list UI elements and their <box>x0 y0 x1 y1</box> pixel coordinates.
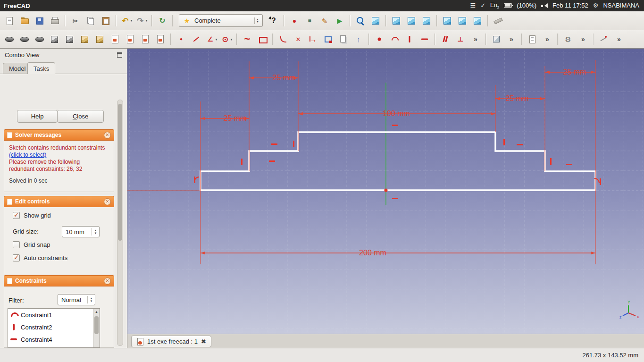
constraints-overflow-button[interactable] <box>468 32 483 46</box>
external-geometry-button[interactable] <box>321 32 335 46</box>
dropdown-arrows-icon[interactable]: ▲▼ <box>87 296 95 303</box>
sketch-edit-button[interactable] <box>123 32 137 46</box>
view-rear-button[interactable] <box>440 14 454 28</box>
block-overflow-button[interactable] <box>504 32 519 46</box>
part-torus-button[interactable] <box>33 32 47 46</box>
create-rectangle-button[interactable] <box>255 32 269 46</box>
keyboard-indicator[interactable]: En2 <box>490 2 499 9</box>
grid-size-input[interactable]: 10 mm ▲▼ <box>62 226 100 237</box>
create-fillet-button[interactable] <box>276 32 290 46</box>
constrain-point-on-object-button[interactable] <box>387 32 401 46</box>
sketcher-tools-button[interactable] <box>525 32 539 46</box>
macro-stop-button[interactable] <box>302 14 317 28</box>
settings-overflow-button[interactable] <box>576 32 590 46</box>
filter-select[interactable]: Normal ▲▼ <box>58 294 95 305</box>
dimension-label[interactable]: 25 mm <box>563 68 586 76</box>
sketcher-settings-button[interactable] <box>561 32 575 46</box>
section-close-icon[interactable]: ✕ <box>104 132 111 139</box>
view-right-button[interactable] <box>419 14 434 28</box>
part-cut-button[interactable] <box>63 32 77 46</box>
tools-overflow-button[interactable] <box>540 32 554 46</box>
tab-tasks[interactable]: Tasks <box>27 62 55 75</box>
measure-overflow-button[interactable] <box>612 32 626 46</box>
user-name[interactable]: NSABIMANA <box>603 2 639 9</box>
constrain-block-button[interactable] <box>489 32 503 46</box>
dropdown-caret-icon[interactable]: ▾ <box>145 18 147 23</box>
constraint-item[interactable]: Constraint4 <box>8 333 100 345</box>
whats-this-button[interactable] <box>267 14 281 28</box>
solver-select-link[interactable]: (click to select) <box>9 152 46 158</box>
dropdown-caret-icon[interactable]: ▾ <box>215 37 217 42</box>
create-line-button[interactable] <box>189 32 203 46</box>
volume-icon[interactable] <box>541 3 548 8</box>
list-scrollbar[interactable]: ▲ <box>93 309 100 347</box>
redo-button[interactable]: ▾ <box>134 14 149 28</box>
scrollbar-thumb[interactable] <box>118 104 122 241</box>
print-button[interactable] <box>48 14 62 28</box>
grid-snap-checkbox[interactable] <box>13 241 20 248</box>
create-bspline-button[interactable] <box>240 32 254 46</box>
constrain-perpendicular-button[interactable] <box>453 32 468 46</box>
battery-icon[interactable] <box>504 3 512 8</box>
new-document-button[interactable] <box>2 14 17 28</box>
cut-button[interactable] <box>68 14 83 28</box>
create-circle-button[interactable]: ▾ <box>219 32 234 46</box>
measure-angle-button[interactable] <box>597 32 611 46</box>
dimension-label[interactable]: 25 mm <box>273 74 296 82</box>
part-sphere-button[interactable] <box>17 32 32 46</box>
grid-snap-label[interactable]: Grid snap <box>24 241 50 248</box>
open-document-button[interactable] <box>17 14 32 28</box>
scroll-up-icon[interactable]: ▲ <box>93 309 100 313</box>
origin-point[interactable] <box>385 189 388 192</box>
refresh-button[interactable] <box>155 14 169 28</box>
menu-icon[interactable]: ☰ <box>470 2 476 9</box>
scrollbar-thumb[interactable] <box>94 316 99 334</box>
3d-viewport[interactable]: 25 mm 25 mm 25 mm 25 mm 100 mm 200 mm <box>127 49 644 334</box>
constraint-item[interactable]: Constraint2 <box>8 321 100 333</box>
paste-button[interactable] <box>99 14 113 28</box>
part-union-button[interactable] <box>48 32 62 46</box>
constraint-item[interactable]: Constraint1 <box>8 309 100 321</box>
dimension-label[interactable]: 200 mm <box>359 249 386 257</box>
extend-edge-button[interactable] <box>306 32 320 46</box>
session-gear-icon[interactable]: ⚙ <box>593 2 599 9</box>
save-document-button[interactable] <box>33 14 47 28</box>
create-point-button[interactable] <box>174 32 188 46</box>
zoom-fit-all-button[interactable] <box>353 14 368 28</box>
dropdown-caret-icon[interactable]: ▾ <box>230 37 232 42</box>
dropdown-caret-icon[interactable]: ▾ <box>130 18 132 23</box>
auto-constraints-checkbox[interactable] <box>13 254 20 261</box>
measure-distance-button[interactable] <box>491 14 505 28</box>
section-close-icon[interactable]: ✕ <box>104 198 111 205</box>
dimension-label[interactable]: 100 mm <box>383 109 410 118</box>
carbon-copy-button[interactable] <box>336 32 351 46</box>
close-button[interactable]: Close <box>57 110 104 123</box>
create-polyline-button[interactable]: ▾ <box>204 32 218 46</box>
workbench-selector[interactable]: Complete▲▼ <box>179 14 263 27</box>
sketch-create-button[interactable] <box>108 32 122 46</box>
show-grid-label[interactable]: Show grid <box>24 212 51 219</box>
constrain-vertical-button[interactable] <box>402 32 417 46</box>
section-close-icon[interactable]: ✕ <box>104 278 111 285</box>
view-top-button[interactable] <box>404 14 418 28</box>
help-button[interactable]: Help <box>17 110 58 123</box>
trim-edge-button[interactable] <box>291 32 305 46</box>
tab-close-icon[interactable]: ✖ <box>201 338 206 345</box>
sketch-validate-button[interactable] <box>153 32 167 46</box>
indicator-check-icon[interactable]: ✓ <box>480 2 485 9</box>
dimension-label[interactable]: 25 mm <box>506 94 529 102</box>
leave-sketch-button[interactable] <box>351 32 366 46</box>
part-fillet-button[interactable] <box>93 32 107 46</box>
view-bottom-button[interactable] <box>455 14 469 28</box>
auto-constraints-label[interactable]: Auto constraints <box>24 254 67 261</box>
clock[interactable]: Feb 11 17:52 <box>552 2 588 9</box>
view-left-button[interactable] <box>470 14 485 28</box>
copy-button[interactable] <box>84 14 98 28</box>
constrain-horizontal-button[interactable] <box>418 32 432 46</box>
undo-button[interactable]: ▾ <box>119 14 134 28</box>
constrain-parallel-button[interactable] <box>438 32 452 46</box>
macro-edit-button[interactable] <box>318 14 332 28</box>
panel-scrollbar[interactable] <box>117 100 123 346</box>
sketch-map-button[interactable] <box>138 32 152 46</box>
constrain-coincident-button[interactable] <box>372 32 386 46</box>
